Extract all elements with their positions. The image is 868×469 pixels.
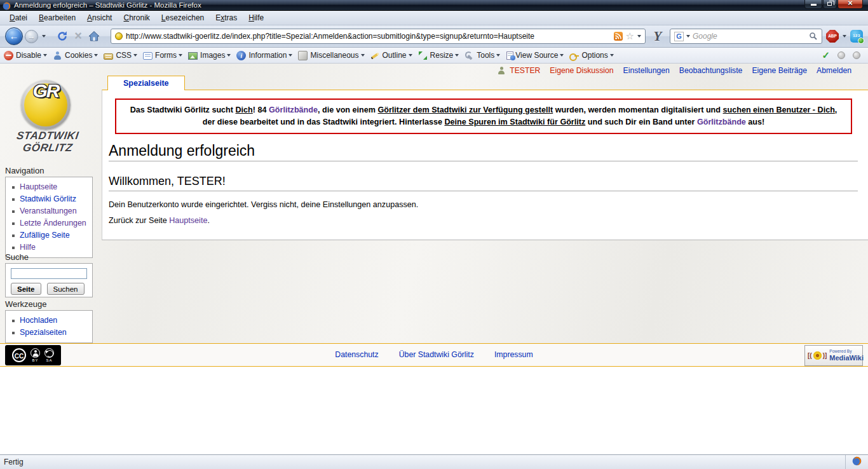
- footer-links: DatenschutzÜber Stadtwiki GörlitzImpress…: [0, 344, 868, 366]
- notice-link-g-rlitzb-nde[interactable]: Görlitzbände: [269, 105, 318, 114]
- devtool-miscellaneous[interactable]: Miscellaneous: [298, 51, 364, 60]
- creative-commons-badge[interactable]: CC BY SA: [5, 345, 61, 365]
- back-button[interactable]: [5, 27, 23, 45]
- search-portlet: Seite Suchen: [5, 263, 93, 297]
- close-button[interactable]: [837, 0, 863, 9]
- footer-link-impressum[interactable]: Impressum: [494, 344, 533, 366]
- sidebar-item-veranstaltungen[interactable]: Veranstaltungen: [20, 205, 77, 217]
- devtool-disable[interactable]: Disable: [4, 51, 47, 60]
- personal-tool-tester[interactable]: TESTER: [510, 66, 540, 75]
- minimize-button[interactable]: [804, 0, 822, 9]
- rss-feed-icon[interactable]: [614, 32, 623, 41]
- personal-tool-einstellungen[interactable]: Einstellungen: [623, 66, 670, 75]
- devtool-tools[interactable]: Tools: [465, 51, 500, 60]
- footer-link-datenschutz[interactable]: Datenschutz: [335, 344, 378, 366]
- devtool-outline[interactable]: Outline: [370, 51, 412, 60]
- sidebar-item-hochladen[interactable]: Hochladen: [20, 315, 57, 327]
- bullet-icon: [12, 222, 15, 225]
- sidebar-item-spezialseiten[interactable]: Spezialseiten: [20, 327, 67, 339]
- tab-spezialseite[interactable]: Spezialseite: [107, 76, 185, 90]
- status-bar: Fertig: [0, 454, 868, 469]
- devtool-resize[interactable]: Resize: [418, 51, 459, 60]
- main-content: Das Stadtwiki Görlitz sucht Dich! 84 Gör…: [102, 90, 868, 240]
- devtool-label: Cookies: [65, 51, 92, 60]
- bookmark-star-icon[interactable]: [626, 32, 634, 41]
- forward-button[interactable]: [25, 30, 38, 43]
- devtool-view-source[interactable]: View Source: [506, 51, 564, 60]
- notice-link-g-rlitzb-nde[interactable]: Görlitzbände: [697, 118, 746, 126]
- stadtwiki-logo[interactable]: GR: [21, 80, 71, 130]
- menu-ansicht[interactable]: Ansicht: [81, 12, 118, 24]
- valid-check-icon[interactable]: [822, 50, 830, 61]
- url-input[interactable]: [126, 32, 611, 41]
- personal-tool-eigene-beitr-ge[interactable]: Eigene Beiträge: [752, 66, 807, 75]
- css-icon: [104, 53, 113, 60]
- personal-tool-eigene-diskussion[interactable]: Eigene Diskussion: [550, 66, 613, 75]
- devtool-cookies[interactable]: Cookies: [53, 51, 98, 60]
- go-page-button[interactable]: Seite: [11, 283, 41, 295]
- menu-datei[interactable]: Datei: [4, 12, 33, 24]
- personal-tool-beobachtungsliste[interactable]: Beobachtungsliste: [679, 66, 743, 75]
- status-dot-icon[interactable]: [853, 51, 860, 59]
- devtool-forms[interactable]: Forms: [143, 51, 182, 60]
- bullet-icon: [12, 332, 15, 334]
- devtool-css[interactable]: CSS: [104, 51, 137, 60]
- skype-extension-icon[interactable]: 123: [850, 30, 863, 43]
- notice-text: und such Dir ein Band unter: [585, 118, 697, 126]
- window-controls: [804, 0, 863, 9]
- status-dot-icon[interactable]: [837, 51, 845, 59]
- menu-chronik[interactable]: Chronik: [118, 12, 155, 24]
- sidebar-item-zuf-llige-seite[interactable]: Zufällige Seite: [20, 229, 70, 241]
- search-magnifier-icon[interactable]: [809, 32, 818, 41]
- adblock-plus-icon[interactable]: ABP: [826, 30, 839, 43]
- return-prefix: Zurück zur Seite: [109, 216, 169, 225]
- status-text: Fertig: [4, 458, 24, 466]
- outline-icon: [370, 51, 380, 60]
- reload-button[interactable]: [56, 30, 69, 43]
- search-engine-dropdown-icon[interactable]: [686, 35, 690, 37]
- menu-lesezeichen[interactable]: Lesezeichen: [156, 12, 210, 24]
- search-input[interactable]: [11, 268, 87, 279]
- forms-icon: [143, 52, 153, 60]
- sidebar-item-hauptseite[interactable]: Hauptseite: [20, 181, 57, 193]
- google-engine-icon[interactable]: [674, 32, 684, 41]
- menu-extras[interactable]: Extras: [210, 12, 243, 24]
- devtool-label: View Source: [515, 51, 558, 60]
- search-button[interactable]: Suchen: [47, 283, 85, 295]
- url-dropdown-icon[interactable]: [637, 35, 641, 37]
- personal-tools: TESTEREigene DiskussionEinstellungenBeob…: [498, 66, 851, 75]
- dropdown-icon: [560, 54, 564, 57]
- sidebar-item-stadtwiki-g-rlitz[interactable]: Stadtwiki Görlitz: [20, 193, 76, 205]
- footer-link-ber-stadtwiki-g-rlitz[interactable]: Über Stadtwiki Görlitz: [399, 344, 474, 366]
- url-bar[interactable]: [111, 29, 646, 44]
- menu-bearbeiten[interactable]: Bearbeiten: [33, 12, 81, 24]
- restore-button[interactable]: [823, 0, 837, 9]
- history-dropdown-icon[interactable]: [42, 35, 46, 37]
- dropdown-icon: [43, 54, 47, 57]
- information-icon: [236, 51, 246, 60]
- y-extension-icon[interactable]: [649, 29, 666, 44]
- sidebar-item-letzte-nderungen[interactable]: Letzte Änderungen: [20, 217, 86, 229]
- badge-bracket: [(: [808, 352, 812, 359]
- search-portlet-title: Suche: [5, 252, 29, 262]
- cc-by-icon: [31, 348, 40, 358]
- dropdown-icon: [94, 54, 98, 57]
- devtool-options[interactable]: Options: [569, 51, 613, 60]
- minimize-icon: [811, 4, 817, 6]
- stop-button[interactable]: [72, 30, 84, 43]
- hauptseite-link[interactable]: Hauptseite: [169, 216, 207, 225]
- devtool-images[interactable]: Images: [188, 51, 231, 60]
- search-placeholder[interactable]: Google: [693, 32, 806, 41]
- adblock-dropdown-icon[interactable]: [843, 35, 846, 37]
- web-search-bar[interactable]: Google: [670, 29, 822, 44]
- window-titlebar[interactable]: Anmeldung erfolgreich – Stadtwiki Görlit…: [0, 0, 868, 11]
- devtool-information[interactable]: Information: [236, 51, 292, 60]
- dropdown-icon: [288, 54, 292, 57]
- badge-bracket: )]: [823, 352, 827, 359]
- mediawiki-badge[interactable]: [( )] Powered By MediaWiki: [804, 345, 863, 366]
- personal-tool-abmelden[interactable]: Abmelden: [817, 66, 851, 75]
- menu-hilfe[interactable]: Hilfe: [243, 12, 269, 24]
- miscellaneous-icon: [298, 51, 308, 60]
- dropdown-icon: [610, 54, 614, 57]
- home-button[interactable]: [88, 30, 100, 43]
